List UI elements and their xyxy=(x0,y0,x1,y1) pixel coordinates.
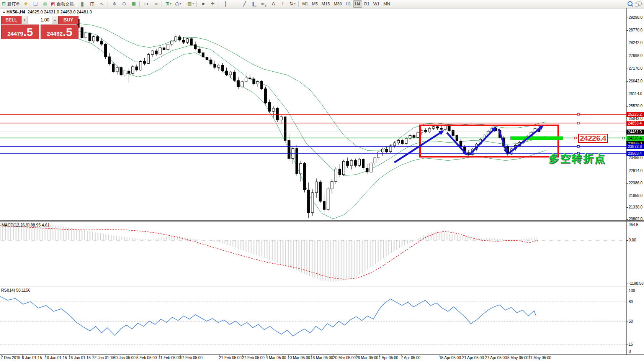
timeframe-W1[interactable]: W1 xyxy=(371,0,382,8)
new-order-icon[interactable]: ⊞新订单 xyxy=(1,0,21,8)
timeframe-M1[interactable]: M1 xyxy=(300,0,310,8)
symbol-header: ▲HK50-,H424625.0 24631.0 24453.0 24481.0 xyxy=(3,10,92,14)
axis-tick-label: 50 xyxy=(629,319,644,323)
sell-price: 24479 xyxy=(7,30,23,38)
profiles-icon[interactable]: ❖ xyxy=(21,0,31,8)
axis-tick-label: 23458.0 xyxy=(629,156,644,160)
time-axis-label: 11 Feb 05:00 xyxy=(159,356,181,360)
chart-shift-icon: ↠ xyxy=(154,2,158,6)
new-order-icon: ⊞ xyxy=(2,2,6,6)
support-zone-bar[interactable] xyxy=(510,136,563,140)
buy-button[interactable]: BUY xyxy=(58,16,78,24)
chevron-down-icon[interactable]: ▾ xyxy=(170,2,172,5)
time-axis-label: 21 Apr 05:00 xyxy=(462,356,484,360)
chevron-down-icon: ▼ xyxy=(23,19,26,21)
vertical-line-icon[interactable]: │ xyxy=(221,0,230,8)
bar-chart-icon[interactable]: ||| xyxy=(78,0,87,8)
axis-tick-label: 26114.0 xyxy=(629,92,644,96)
timeframe-M15[interactable]: M15 xyxy=(320,0,332,8)
line-handle[interactable] xyxy=(577,145,579,147)
crosshair-icon: ✛ xyxy=(211,2,215,6)
timeframe-H4[interactable]: H4 xyxy=(353,0,362,8)
templates-icon[interactable]: ▧▾ xyxy=(186,0,195,8)
time-axis-label: 16 Jan 01:15 xyxy=(69,356,91,360)
axis-tick-label: 25570.0 xyxy=(629,104,644,108)
timeframe-D1[interactable]: D1 xyxy=(362,0,371,8)
axis-tick-label: 20802.0 xyxy=(629,217,644,221)
chevron-down-icon[interactable]: ▾ xyxy=(180,2,181,5)
timeframe-M5[interactable]: M5 xyxy=(310,0,320,8)
time-axis-label: 4 Mar 05:00 xyxy=(266,356,286,360)
zoom-out-icon[interactable]: ⊖ xyxy=(119,0,129,8)
periods-icon: ◷ xyxy=(175,2,179,6)
equidistant-channel-icon[interactable]: ∥E xyxy=(249,0,259,8)
tile-windows-icon[interactable]: ▦ xyxy=(129,0,138,8)
chart-canvas[interactable] xyxy=(0,0,644,361)
triangle-up-icon[interactable]: ▲ xyxy=(3,10,5,13)
macd-signal-line xyxy=(0,226,538,279)
candlestick-icon[interactable]: ◫ xyxy=(87,0,97,8)
line-handle[interactable] xyxy=(577,122,579,124)
cursor-icon[interactable]: ➤ xyxy=(198,0,208,8)
timeframe-H1[interactable]: H1 xyxy=(344,0,353,8)
crosshair-icon[interactable]: ✛ xyxy=(208,0,217,8)
line-handle[interactable] xyxy=(574,137,576,139)
rsi-label: RSI(14) 58.1156 xyxy=(1,288,30,292)
charts-window-icon: ❏ xyxy=(33,2,38,6)
toolbar-separator xyxy=(162,1,162,7)
profiles-icon: ❖ xyxy=(24,2,28,6)
horizontal-line-icon: ─ xyxy=(234,2,237,6)
text-icon[interactable]: A xyxy=(268,0,278,8)
time-axis-label: 6 Jan 01:15 xyxy=(22,356,42,360)
toolbar-separator xyxy=(108,1,108,7)
axis-tick-label: 80 xyxy=(629,300,644,304)
symbol-ohlc: 24625.0 24631.0 24453.0 24481.0 xyxy=(28,10,92,14)
signals-icon: ◎ xyxy=(43,2,47,6)
sell-button[interactable]: SELL xyxy=(1,16,21,24)
search-icon[interactable] xyxy=(628,1,633,6)
cursor-icon: ➤ xyxy=(201,2,205,6)
fibonacci-icon[interactable]: ≋F xyxy=(259,0,268,8)
vertical-line-icon: │ xyxy=(224,2,227,6)
bollinger-lower-band xyxy=(78,39,546,219)
arrows-icon[interactable]: ⇅▾ xyxy=(288,0,297,8)
text-label-icon[interactable]: T xyxy=(278,0,288,8)
line-chart-icon[interactable]: ∿ xyxy=(97,0,106,8)
zoom-in-icon[interactable]: ⊕ xyxy=(110,0,119,8)
volume-increase-button[interactable]: ▲ xyxy=(52,16,58,24)
chat-icon[interactable] xyxy=(636,2,642,6)
price-badge: 24481.0 xyxy=(626,130,644,135)
price-badge: 23583.4 xyxy=(626,151,644,156)
axis-tick-label: 28770.0 xyxy=(629,28,644,32)
price-callout[interactable]: 24226.4 xyxy=(578,134,608,143)
trend-arrow[interactable] xyxy=(509,128,541,153)
auto-scroll-icon[interactable]: ↦ xyxy=(141,0,151,8)
horizontal-line-icon[interactable]: ─ xyxy=(230,0,240,8)
sell-price-box[interactable]: 24479 .5 xyxy=(1,25,39,39)
text-icon: A xyxy=(272,2,275,6)
new-chart-icon: ⊞ xyxy=(165,2,169,6)
toolbar-separator xyxy=(139,1,140,7)
chart-shift-icon[interactable]: ↠ xyxy=(151,0,160,8)
chevron-down-icon[interactable]: ▾ xyxy=(294,2,296,5)
chevron-down-icon[interactable]: ▾ xyxy=(193,2,194,5)
charts-window-icon[interactable]: ❏ xyxy=(31,0,40,8)
volume-input[interactable]: 1.00 xyxy=(28,16,52,24)
trendline-icon[interactable]: ╱ xyxy=(240,0,249,8)
time-axis-label: 20 Mar 05:00 xyxy=(333,356,356,360)
chinese-note[interactable]: 多空转折点 xyxy=(549,152,606,166)
icon-subscript: F xyxy=(265,5,266,7)
line-handle[interactable] xyxy=(577,113,579,115)
volume-decrease-button[interactable]: ▼ xyxy=(21,16,28,24)
autotrading-icon[interactable]: ◩自动交易 xyxy=(50,0,75,8)
timeframe-M30[interactable]: M30 xyxy=(332,0,343,8)
symbol-name: HK50-,H4 xyxy=(7,10,25,14)
new-chart-icon[interactable]: ⊞▾ xyxy=(163,0,173,8)
signals-icon[interactable]: ◎ xyxy=(40,0,50,8)
time-axis-label: 11 May 05:00 xyxy=(528,356,551,360)
buy-price-box[interactable]: 24492 .5 xyxy=(41,25,78,39)
periods-icon[interactable]: ◷▾ xyxy=(173,0,183,8)
toolbar-separator xyxy=(196,1,197,7)
timeframe-MN[interactable]: MN xyxy=(381,0,392,8)
line-handle[interactable] xyxy=(623,137,624,139)
